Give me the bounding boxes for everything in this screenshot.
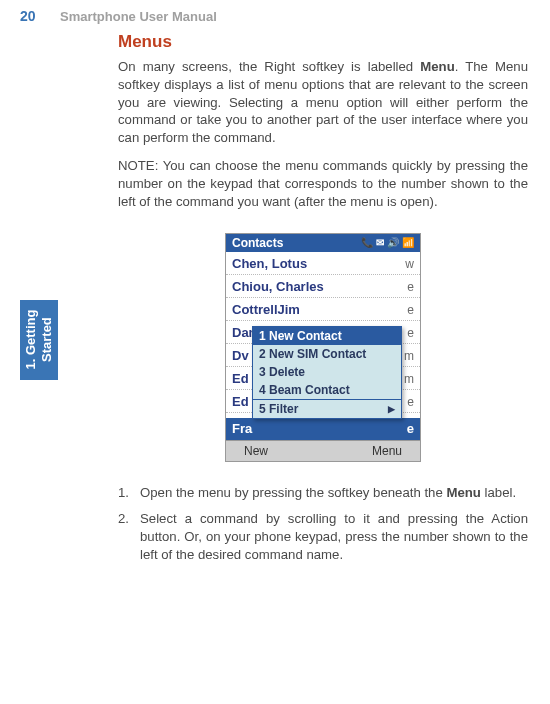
contact-name: Fra	[232, 421, 252, 436]
menu-item-delete[interactable]: 3 Delete	[253, 363, 401, 381]
mail-icon: ✉	[376, 237, 384, 248]
contact-letter: e	[407, 395, 414, 409]
step-post: label.	[481, 485, 516, 500]
contact-name: Chen, Lotus	[232, 256, 307, 271]
para1-pre: On many screens, the Right softkey is la…	[118, 59, 420, 74]
paragraph-1: On many screens, the Right softkey is la…	[118, 58, 528, 147]
contact-name: Ed	[232, 371, 249, 386]
contact-name: Dv	[232, 348, 249, 363]
contact-row[interactable]: CottrellJime	[226, 298, 420, 321]
step-pre: Select a command by scrolling to it and …	[140, 511, 528, 562]
side-tab: 1. GettingStarted	[20, 300, 58, 380]
step-number: 1.	[118, 484, 140, 502]
menu-item-new-contact[interactable]: 1 New Contact	[253, 327, 401, 345]
side-tab-label: 1. GettingStarted	[23, 310, 54, 370]
phone-screenshot: Contacts 📞 ✉ 🔊 📶 Chen, Lotusw Chiou, Cha…	[225, 233, 421, 462]
main-content: Menus On many screens, the Right softkey…	[118, 32, 528, 573]
menu-item-filter[interactable]: 5 Filter▶	[253, 400, 401, 418]
phone-icon: 📞	[361, 237, 373, 248]
contact-row[interactable]: Chen, Lotusw	[226, 252, 420, 275]
menu-item-label: 5 Filter	[259, 402, 298, 416]
para1-bold: Menu	[420, 59, 454, 74]
menu-popup: 1 New Contact 2 New SIM Contact 3 Delete…	[252, 326, 402, 419]
step-text: Open the menu by pressing the softkey be…	[140, 484, 528, 502]
status-icons: 📞 ✉ 🔊 📶	[361, 237, 414, 248]
menu-item-label: 3 Delete	[259, 365, 305, 379]
menu-item-beam[interactable]: 4 Beam Contact	[253, 381, 401, 399]
contact-name: Chiou, Charles	[232, 279, 324, 294]
screenshot-body: Chen, Lotusw Chiou, Charlese CottrellJim…	[226, 252, 420, 440]
section-title: Menus	[118, 32, 528, 52]
step-number: 2.	[118, 510, 140, 563]
contact-name: CottrellJim	[232, 302, 300, 317]
list-item: 1. Open the menu by pressing the softkey…	[118, 484, 528, 502]
menu-item-label: 1 New Contact	[259, 329, 342, 343]
header-title: Smartphone User Manual	[60, 9, 217, 24]
contact-letter: e	[407, 421, 414, 436]
screenshot-footer: New Menu	[226, 440, 420, 461]
softkey-right[interactable]: Menu	[372, 444, 402, 458]
contact-letter: w	[405, 257, 414, 271]
page-number: 20	[20, 8, 36, 24]
contact-letter: e	[407, 280, 414, 294]
contact-letter: m	[404, 349, 414, 363]
contact-letter: e	[407, 326, 414, 340]
contact-letter: e	[407, 303, 414, 317]
contact-letter: m	[404, 372, 414, 386]
speaker-icon: 🔊	[387, 237, 399, 248]
screenshot-header: Contacts 📞 ✉ 🔊 📶	[226, 234, 420, 252]
menu-item-label: 2 New SIM Contact	[259, 347, 366, 361]
chevron-right-icon: ▶	[388, 404, 395, 414]
menu-item-new-sim[interactable]: 2 New SIM Contact	[253, 345, 401, 363]
paragraph-2: NOTE: You can choose the menu commands q…	[118, 157, 528, 210]
screenshot-title: Contacts	[232, 236, 283, 250]
contact-name: Ed	[232, 394, 249, 409]
signal-icon: 📶	[402, 237, 414, 248]
menu-item-label: 4 Beam Contact	[259, 383, 350, 397]
step-text: Select a command by scrolling to it and …	[140, 510, 528, 563]
contact-row[interactable]: Chiou, Charlese	[226, 275, 420, 298]
steps-list: 1. Open the menu by pressing the softkey…	[118, 484, 528, 564]
step-bold: Menu	[446, 485, 480, 500]
softkey-left[interactable]: New	[244, 444, 268, 458]
step-pre: Open the menu by pressing the softkey be…	[140, 485, 446, 500]
list-item: 2. Select a command by scrolling to it a…	[118, 510, 528, 563]
contact-row-selected[interactable]: Fra e	[226, 418, 420, 440]
